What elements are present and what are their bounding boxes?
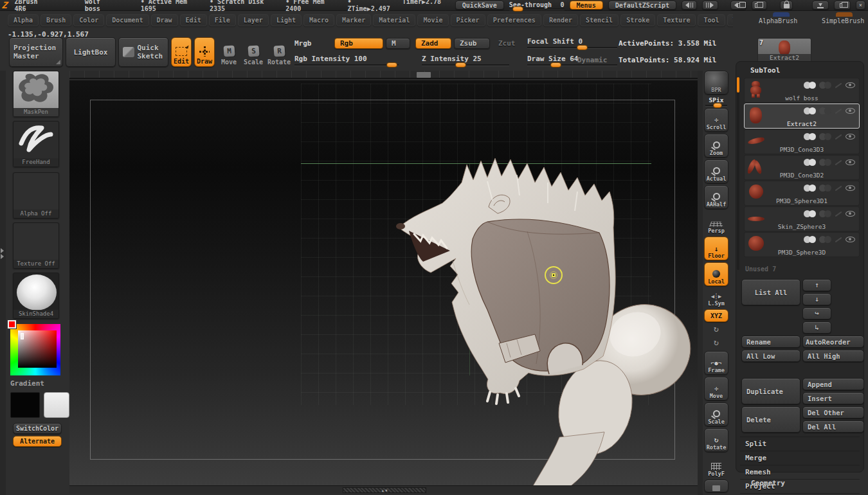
lock-icon[interactable] [780,1,793,10]
merge-section[interactable]: Merge [740,451,860,465]
menu-draw[interactable]: Draw [151,14,178,26]
geometry-panel-header[interactable]: Geometry [751,479,785,487]
menu-stencil[interactable]: Stencil [580,14,619,26]
next-page-icon[interactable] [702,1,718,10]
bottom-tray-divider[interactable]: ▲▼ [69,485,698,494]
aahalf-button[interactable]: AAHalf [704,185,728,209]
spix-slider[interactable]: SPix [704,96,728,106]
quicksave-button[interactable]: QuickSave [455,1,504,10]
rgb-intensity-slider[interactable]: Rgb Intensity 100 [294,55,399,66]
current-texture-thumbnail[interactable]: Texture Off [13,222,59,269]
document-canvas[interactable]: ▲▼ [69,71,698,494]
canvas-scroll-handle[interactable] [417,72,431,78]
menu-render[interactable]: Render [543,14,578,26]
polypaint-toggle-icon[interactable] [804,159,816,166]
close-icon[interactable]: × [856,1,865,10]
menu-document[interactable]: Document [106,14,149,26]
draw-mode-button[interactable]: Draw [194,37,215,67]
visibility-eye-icon[interactable] [845,237,855,242]
polypaint-toggle-icon[interactable] [804,210,816,217]
move-up-skip-button[interactable]: ↪ [802,307,831,320]
rotate-y-icon[interactable]: ↻ [714,324,719,336]
defaultzscript-button[interactable]: DefaultZScript [608,1,676,10]
rgb-button[interactable]: Rgb [334,38,383,49]
list-all-button[interactable]: List All [741,279,800,305]
frame-button[interactable]: ⌐●¬ Frame [704,351,728,375]
menu-light[interactable]: Light [271,14,302,26]
menu-color[interactable]: Color [73,14,104,26]
move-up-button[interactable]: ↑ [802,279,831,291]
subtool-row-cone3d2[interactable]: PM3D_Cone3D2 [744,155,860,180]
mrgb-button[interactable]: Mrgb [294,39,312,48]
focal-shift-slider[interactable]: Focal Shift 0 [527,37,617,48]
polypaint-toggle-icon[interactable] [804,184,816,192]
menu-texture[interactable]: Texture [657,14,696,26]
visibility-eye-icon[interactable] [845,82,855,88]
polypaint-toggle-icon[interactable] [804,107,816,114]
local-button[interactable]: Local [704,262,728,286]
zsub-button[interactable]: Zsub [454,38,490,49]
scale-mode-button[interactable]: S Scale [243,37,264,67]
perspective-button[interactable]: Persp [704,211,728,235]
brush-toggle-icon[interactable] [835,159,842,165]
split-section[interactable]: Split [740,437,860,451]
subtool-row-wolf-boss[interactable]: wolf boss [744,78,860,103]
visibility-eye-icon[interactable] [845,185,855,191]
subtool-scrollbar[interactable] [737,77,739,270]
previous-page-icon[interactable] [682,1,697,10]
brush-toggle-icon[interactable] [835,185,842,191]
subtool-row-cone3d3[interactable]: PM3D_Cone3D3 [744,129,860,154]
zoom-button[interactable]: Zoom [704,134,728,158]
uv-toggle-icon[interactable] [819,82,831,89]
see-through-slider[interactable]: See-through 0 [509,1,565,10]
insert-button[interactable]: Insert [802,392,864,404]
visibility-eye-icon[interactable] [845,108,855,114]
partial-shelf-button[interactable] [704,480,728,492]
lightbox-button[interactable]: LightBox [66,37,116,67]
scroll-button[interactable]: ✛ Scroll [704,108,728,132]
copy-config-left-icon[interactable] [730,1,746,10]
subtool-row-extract2-selected[interactable]: Extract2 [744,104,860,129]
rotate-mode-button[interactable]: R Rotate [269,37,289,67]
minimize-icon[interactable] [812,1,829,10]
uv-toggle-icon[interactable] [819,210,831,217]
alphabrush-thumbnail[interactable] [773,12,790,17]
restore-window-icon[interactable] [834,1,851,10]
tray-resize-handle[interactable]: ▲▼ [343,487,426,493]
menu-layer[interactable]: Layer [238,14,269,26]
scale-3d-button[interactable]: Scale [704,402,728,426]
menu-preferences[interactable]: Preferences [487,14,541,26]
append-button[interactable]: Append [802,378,864,390]
edit-mode-button[interactable]: Edit [171,37,192,67]
rotate-3d-button[interactable]: ↻ Rotate [704,428,728,452]
uv-toggle-icon[interactable] [819,159,831,166]
quick-sketch-button[interactable]: Quick Sketch [118,37,168,67]
see-through-nub[interactable] [512,6,523,12]
m-button[interactable]: M [386,38,410,49]
saturation-value-square[interactable] [18,330,57,368]
remesh-section[interactable]: Remesh [740,465,860,479]
move-down-skip-button[interactable]: ↳ [802,321,831,334]
gradient-label[interactable]: Gradient [10,379,44,388]
rotate-z-icon[interactable]: ↻ [714,338,719,349]
projection-master-button[interactable]: Projection Master [9,37,63,67]
brush-toggle-icon[interactable] [835,211,842,217]
brush-toggle-icon[interactable] [835,82,842,88]
viewport[interactable] [69,80,698,485]
uv-toggle-icon[interactable] [819,236,831,243]
move-down-button[interactable]: ↓ [802,293,831,305]
menu-picker[interactable]: Picker [451,14,485,26]
color-picker[interactable] [10,324,60,375]
lsym-button[interactable]: ◀┆▶ L.Sym [704,288,728,307]
polypaint-toggle-icon[interactable] [804,236,816,243]
move-3d-button[interactable]: ✛ Move [704,377,728,401]
subtool-row-sphere3d1[interactable]: PM3D_Sphere3D1 [744,181,860,206]
xyz-rotation-button[interactable]: XYZ [704,309,728,322]
brush-toggle-icon[interactable] [835,237,842,242]
autoreorder-button[interactable]: AutoReorder [802,336,864,348]
visibility-eye-icon[interactable] [845,211,855,217]
current-alpha-thumbnail[interactable]: Alpha Off [13,172,59,219]
del-other-button[interactable]: Del Other [802,406,864,419]
alternate-button[interactable]: Alternate [13,436,62,447]
polypaint-toggle-icon[interactable] [804,82,816,89]
